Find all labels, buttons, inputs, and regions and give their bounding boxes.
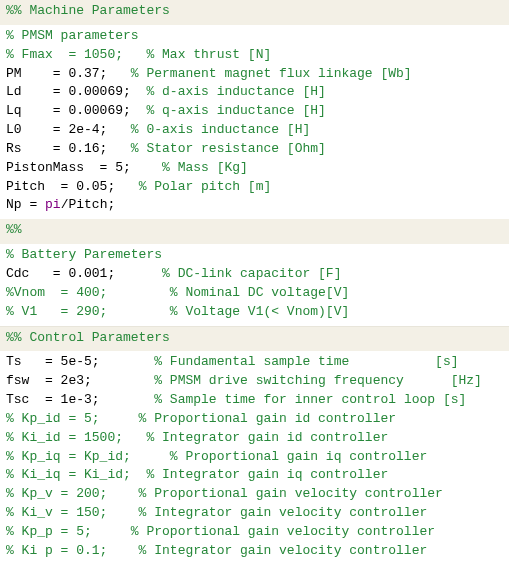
section-body-control: Ts = 5e-5; % Fundamental sample time [s]… xyxy=(0,351,509,564)
code-span: L0 = 2e-4; xyxy=(6,122,131,137)
code-span: /Pitch; xyxy=(61,197,116,212)
comment-span: % Polar pitch [m] xyxy=(139,179,272,194)
code-span: Ts = 5e-5; xyxy=(6,354,154,369)
code-span: PistonMass = 5; xyxy=(6,160,162,175)
code-span: Cdc = 0.001; xyxy=(6,266,162,281)
section-body-battery: % Battery ParemetersCdc = 0.001; % DC-li… xyxy=(0,244,509,325)
code-span: Pitch = 0.05; xyxy=(6,179,139,194)
comment-span: % PMSM drive switching frequency [Hz] xyxy=(154,373,482,388)
code-span: Tsc = 1e-3; xyxy=(6,392,154,407)
code-line: PM = 0.37; % Permanent magnet flux linka… xyxy=(6,65,503,84)
code-line: Cdc = 0.001; % DC-link capacitor [F] xyxy=(6,265,503,284)
code-span: PM = 0.37; xyxy=(6,66,131,81)
code-line: PistonMass = 5; % Mass [Kg] xyxy=(6,159,503,178)
comment-span: % 0-axis inductance [H] xyxy=(131,122,310,137)
comment-line: % PMSM parameters xyxy=(6,27,503,46)
comment-line: % Kp_id = 5; % Proportional gain id cont… xyxy=(6,410,503,429)
comment-line: % Kp_iq = Kp_id; % Proportional gain iq … xyxy=(6,448,503,467)
comment-line: % Kp_p = 5; % Proportional gain velocity… xyxy=(6,523,503,542)
comment-span: % Fundamental sample time [s] xyxy=(154,354,458,369)
comment-span: % d-axis inductance [H] xyxy=(146,84,325,99)
comment-span: % q-axis inductance [H] xyxy=(146,103,325,118)
section-header-blank: %% xyxy=(0,219,509,244)
code-line-np: Np = pi/Pitch; xyxy=(6,196,503,215)
code-span: Ld = 0.00069; xyxy=(6,84,146,99)
section-title: %% Control Parameters xyxy=(6,330,170,345)
comment-line: %Vnom = 400; % Nominal DC voltage[V] xyxy=(6,284,503,303)
code-line: Rs = 0.16; % Stator resistance [Ohm] xyxy=(6,140,503,159)
section-header-control: %% Control Parameters xyxy=(0,327,509,352)
code-line: Tsc = 1e-3; % Sample time for inner cont… xyxy=(6,391,503,410)
comment-line: % Ki_id = 1500; % Integrator gain id con… xyxy=(6,429,503,448)
code-span: Lq = 0.00069; xyxy=(6,103,146,118)
section-title: %% Machine Parameters xyxy=(6,3,170,18)
code-line: fsw = 2e3; % PMSM drive switching freque… xyxy=(6,372,503,391)
section-header-machine: %% Machine Parameters xyxy=(0,0,509,25)
comment-line: % Fmax = 1050; % Max thrust [N] xyxy=(6,46,503,65)
comment-span: % DC-link capacitor [F] xyxy=(162,266,341,281)
code-line: Lq = 0.00069; % q-axis inductance [H] xyxy=(6,102,503,121)
comment-span: % Permanent magnet flux linkage [Wb] xyxy=(131,66,412,81)
comment-span: % Mass [Kg] xyxy=(162,160,248,175)
code-line: Ld = 0.00069; % d-axis inductance [H] xyxy=(6,83,503,102)
section-title: %% xyxy=(6,222,22,237)
keyword-span: pi xyxy=(45,197,61,212)
section-body-machine: % PMSM parameters% Fmax = 1050; % Max th… xyxy=(0,25,509,219)
code-span: Np = xyxy=(6,197,45,212)
comment-span: % Stator resistance [Ohm] xyxy=(131,141,326,156)
code-line: L0 = 2e-4; % 0-axis inductance [H] xyxy=(6,121,503,140)
comment-line: % Ki_v = 150; % Integrator gain velocity… xyxy=(6,504,503,523)
code-line: Pitch = 0.05; % Polar pitch [m] xyxy=(6,178,503,197)
code-span: fsw = 2e3; xyxy=(6,373,154,388)
comment-line: % Kp_v = 200; % Proportional gain veloci… xyxy=(6,485,503,504)
code-line: Ts = 5e-5; % Fundamental sample time [s] xyxy=(6,353,503,372)
comment-line: % Battery Paremeters xyxy=(6,246,503,265)
comment-line: % Ki p = 0.1; % Integrator gain velocity… xyxy=(6,542,503,561)
comment-span: % Sample time for inner control loop [s] xyxy=(154,392,466,407)
comment-line: % Ki_iq = Ki_id; % Integrator gain iq co… xyxy=(6,466,503,485)
code-span: Rs = 0.16; xyxy=(6,141,131,156)
comment-line: % V1 = 290; % Voltage V1(< Vnom)[V] xyxy=(6,303,503,322)
